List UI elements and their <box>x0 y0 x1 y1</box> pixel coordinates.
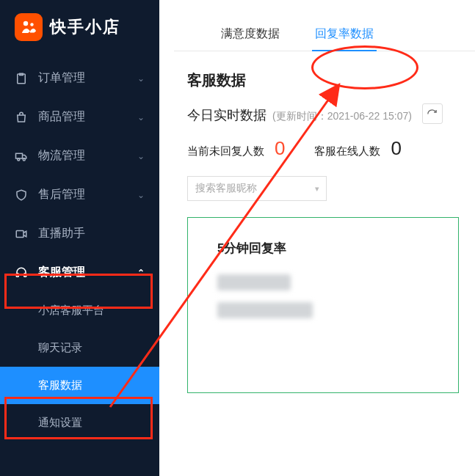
truck-icon <box>15 150 28 163</box>
sidebar-sub-notify[interactable]: 通知设置 <box>0 404 159 442</box>
sidebar-item-aftersale[interactable]: 售后管理 ⌄ <box>0 175 159 214</box>
bag-icon <box>15 111 28 124</box>
sidebar-item-label: 客服管理 <box>38 265 85 280</box>
brand-name: 快手小店 <box>50 16 120 38</box>
search-agent-select[interactable]: 搜索客服昵称 ▾ <box>187 176 327 201</box>
sidebar-item-goods[interactable]: 商品管理 ⌄ <box>0 98 159 136</box>
svg-point-1 <box>30 23 33 26</box>
chevron-down-icon: ▾ <box>315 184 319 194</box>
redacted-value <box>217 302 313 318</box>
sidebar-item-orders[interactable]: 订单管理 ⌄ <box>0 59 159 98</box>
svg-rect-7 <box>16 273 18 277</box>
realtime-title: 今日实时数据 <box>187 106 266 124</box>
sidebar-sub-chatlog[interactable]: 聊天记录 <box>0 329 159 367</box>
sub-label: 通知设置 <box>38 416 82 428</box>
svg-point-0 <box>23 21 28 26</box>
search-placeholder: 搜索客服昵称 <box>195 182 257 194</box>
metric-label: 当前未回复人数 <box>187 144 264 158</box>
sidebar-sub-servicedata[interactable]: 客服数据 <box>0 367 159 404</box>
metric-label: 客服在线人数 <box>314 144 380 158</box>
chevron-down-icon: ⌄ <box>137 151 145 161</box>
video-icon <box>15 227 28 241</box>
tab-label: 回复率数据 <box>315 27 374 40</box>
sub-label: 聊天记录 <box>38 341 82 354</box>
replyrate-card: 5分钟回复率 <box>187 217 459 393</box>
shield-icon <box>15 188 28 202</box>
chevron-up-icon: ⌃ <box>137 268 145 278</box>
svg-point-5 <box>23 158 25 161</box>
sub-label: 客服数据 <box>38 378 82 391</box>
sub-label: 小店客服平台 <box>38 304 104 316</box>
svg-point-4 <box>18 158 20 161</box>
brand-logo: 快手小店 <box>0 0 159 59</box>
redacted-value <box>217 274 291 290</box>
sidebar-sub-platform[interactable]: 小店客服平台 <box>0 292 159 329</box>
sidebar-nav: 订单管理 ⌄ 商品管理 ⌄ 物流管理 ⌄ 售后管理 ⌄ 直播助手 <box>0 59 159 476</box>
metric-value: 0 <box>391 137 401 160</box>
chevron-down-icon: ⌄ <box>137 190 145 200</box>
metric-value: 0 <box>275 137 285 160</box>
tabs: 满意度数据 回复率数据 <box>174 0 475 51</box>
sidebar: 快手小店 订单管理 ⌄ 商品管理 ⌄ 物流管理 ⌄ 售后管理 ⌄ <box>0 0 159 476</box>
sidebar-item-label: 售后管理 <box>38 187 85 202</box>
metrics-row: 当前未回复人数 0 客服在线人数 0 <box>174 137 475 176</box>
realtime-meta: (更新时间：2021-06-22 15:07) <box>272 110 412 123</box>
sidebar-item-label: 订单管理 <box>38 70 85 86</box>
card-title: 5分钟回复率 <box>217 240 429 257</box>
sidebar-item-label: 商品管理 <box>38 109 85 125</box>
sidebar-item-service[interactable]: 客服管理 ⌃ <box>0 253 159 292</box>
clipboard-icon <box>15 72 28 85</box>
tab-label: 满意度数据 <box>221 27 280 40</box>
svg-rect-6 <box>16 230 23 237</box>
metric-online: 客服在线人数 0 <box>314 137 401 160</box>
section-title: 客服数据 <box>174 51 475 103</box>
sidebar-item-logistics[interactable]: 物流管理 ⌄ <box>0 136 159 175</box>
chevron-down-icon: ⌄ <box>137 73 145 84</box>
refresh-button[interactable] <box>422 103 443 124</box>
sidebar-item-label: 物流管理 <box>38 148 85 164</box>
sidebar-item-live[interactable]: 直播助手 <box>0 214 159 253</box>
brand-icon <box>15 13 43 41</box>
svg-rect-8 <box>24 273 26 277</box>
svg-rect-3 <box>16 153 23 158</box>
tab-satisfaction[interactable]: 满意度数据 <box>218 21 283 51</box>
refresh-icon <box>427 109 438 120</box>
headset-icon <box>15 266 28 279</box>
realtime-header: 今日实时数据 (更新时间：2021-06-22 15:07) <box>174 103 475 137</box>
metric-unreplied: 当前未回复人数 0 <box>187 137 285 160</box>
chevron-down-icon: ⌄ <box>137 112 145 122</box>
sidebar-item-label: 直播助手 <box>38 226 85 241</box>
tab-replyrate[interactable]: 回复率数据 <box>312 21 377 51</box>
main-content: 满意度数据 回复率数据 客服数据 今日实时数据 (更新时间：2021-06-22… <box>159 0 475 476</box>
